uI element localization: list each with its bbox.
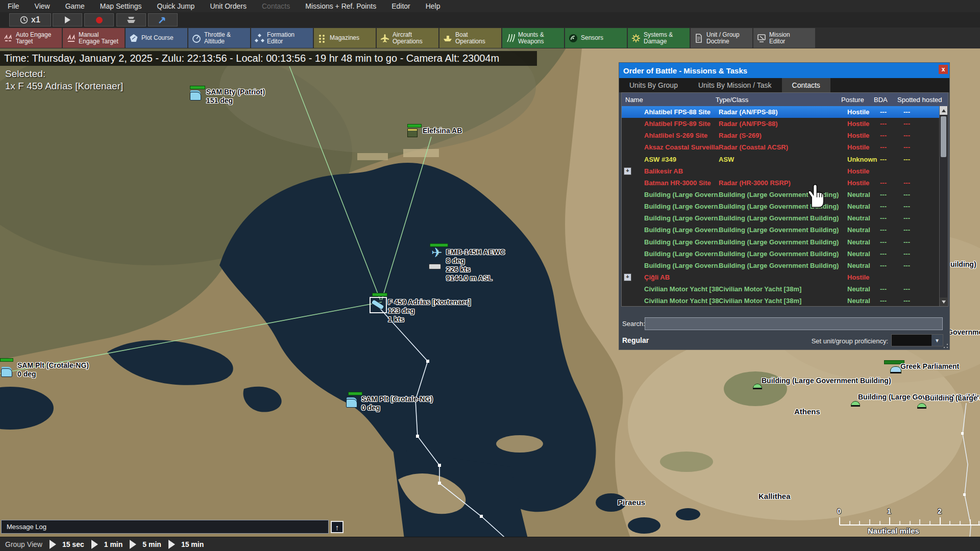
message-log-bar[interactable]: Message Log bbox=[1, 520, 329, 534]
time-step-button[interactable]: 5 min bbox=[130, 540, 161, 549]
tab-units-by-group[interactable]: Units By Group bbox=[619, 78, 688, 92]
expander-icon[interactable]: + bbox=[624, 167, 631, 175]
map-unit-sam-patriot[interactable]: SAM Bty (Patriot) 151 deg bbox=[206, 88, 265, 105]
table-scrollbar[interactable] bbox=[939, 106, 948, 306]
menu-item[interactable]: Quick Jump bbox=[150, 0, 203, 12]
cell-spotted: --- bbox=[903, 203, 940, 210]
city-label-kallithea: Kallithea bbox=[758, 492, 791, 500]
time-step-button[interactable]: 1 min bbox=[91, 540, 123, 549]
cell-posture: Neutral bbox=[847, 214, 880, 222]
message-log-expand-button[interactable]: ↑ bbox=[331, 521, 344, 533]
jump-button[interactable] bbox=[148, 13, 178, 27]
aircraft-icon bbox=[380, 33, 390, 43]
time-step-button[interactable]: 15 min bbox=[168, 540, 204, 549]
scroll-up-icon[interactable] bbox=[940, 106, 947, 115]
group-view-label[interactable]: Group View bbox=[5, 540, 42, 548]
mission-editor-button[interactable]: MissionEditor bbox=[753, 28, 815, 48]
time-compression-button[interactable]: x1 bbox=[9, 13, 51, 27]
table-row[interactable]: Ahlatibel FPS-88 Site Radar (AN/FPS-88) … bbox=[622, 106, 940, 118]
map-unit-crotale-east[interactable]: SAM Plt (Crotale-NG) 0 deg bbox=[361, 395, 433, 412]
panel-title-bar[interactable]: Order of Battle - Missions & Tasks x bbox=[619, 63, 949, 78]
play-button[interactable] bbox=[53, 13, 82, 27]
expander-icon[interactable]: + bbox=[624, 273, 631, 281]
table-row[interactable]: + Çiğli AB Hostile bbox=[622, 271, 940, 283]
menu-item[interactable]: Game bbox=[58, 0, 92, 12]
column-posture[interactable]: Posture bbox=[841, 96, 874, 104]
formation-editor-button[interactable]: FormationEditor bbox=[251, 28, 313, 48]
table-row[interactable]: Aksaz Coastal Surveillan... Radar (Coast… bbox=[622, 141, 940, 153]
sam-platoon-icon[interactable] bbox=[1, 368, 12, 377]
menu-item[interactable]: View bbox=[27, 0, 58, 12]
table-row[interactable]: Building (Large Govern... Building (Larg… bbox=[622, 248, 940, 260]
scroll-thumb[interactable] bbox=[941, 116, 946, 157]
map-unit-elefsina-ab[interactable]: Elefsina AB bbox=[423, 127, 462, 135]
proficiency-dropdown[interactable]: ▼ bbox=[891, 334, 943, 346]
cell-name: Building (Large Govern... bbox=[644, 214, 719, 222]
menu-item[interactable]: Missions + Ref. Points bbox=[298, 0, 384, 12]
table-row[interactable]: Building (Large Govern... Building (Larg… bbox=[622, 212, 940, 224]
table-row[interactable]: Building (Large Govern... Building (Larg… bbox=[622, 224, 940, 236]
cell-spotted: --- bbox=[903, 262, 940, 269]
column-name[interactable]: Name bbox=[622, 96, 716, 104]
sam-platoon-icon[interactable] bbox=[346, 399, 357, 408]
map-unit-emb145[interactable]: EMB-145H AEWC 8 deg 226 kts 9144.0 m ASL bbox=[446, 248, 505, 283]
table-row[interactable]: + Balikesir AB Hostile bbox=[622, 165, 940, 177]
building-dome-icon[interactable] bbox=[851, 401, 860, 407]
table-row[interactable]: Batman HR-3000 Site Radar (HR-3000 RSRP)… bbox=[622, 177, 940, 189]
manual-engage-target-button[interactable]: ManualEngage Target bbox=[63, 28, 125, 48]
menu-item[interactable]: Contacts bbox=[254, 0, 298, 12]
column-bda[interactable]: BDA bbox=[874, 96, 897, 104]
auto-engage-target-button[interactable]: Auto EngageTarget bbox=[0, 28, 62, 48]
time-step-button[interactable]: 15 sec bbox=[50, 540, 84, 549]
map-unit-crotale-west[interactable]: SAM Plt (Crotale-NG) 0 deg bbox=[17, 361, 89, 379]
table-row[interactable]: Building (Large Govern... Building (Larg… bbox=[622, 236, 940, 248]
table-row[interactable]: Building (Large Govern... Building (Larg… bbox=[622, 260, 940, 271]
aircraft-operations-button[interactable]: AircraftOperations bbox=[377, 28, 438, 48]
sam-battery-icon[interactable] bbox=[190, 92, 201, 101]
boat-operations-button[interactable]: BoatOperations bbox=[439, 28, 501, 48]
table-row[interactable]: Building (Large Govern... Building (Larg… bbox=[622, 201, 940, 212]
table-row[interactable]: Ahlatlibel S-269 Site Radar (S-269) Host… bbox=[622, 130, 940, 141]
airbase-icon[interactable] bbox=[407, 129, 418, 137]
mounts-weapons-button[interactable]: Mounts &Weapons bbox=[502, 28, 564, 48]
record-button[interactable] bbox=[84, 13, 114, 27]
app-window: File View Game Map Settings Quick Jump U… bbox=[0, 0, 980, 551]
tab-contacts[interactable]: Contacts bbox=[782, 78, 830, 92]
tab-units-by-mission[interactable]: Units By Mission / Task bbox=[688, 78, 782, 92]
cell-bda: --- bbox=[880, 238, 903, 246]
table-row[interactable]: Civilian Motor Yacht [38m] Civilian Moto… bbox=[622, 295, 940, 306]
cell-type: Building (Large Government Building) bbox=[719, 203, 847, 210]
close-icon[interactable]: x bbox=[939, 65, 948, 74]
table-row[interactable]: Ahlatibel FPS-89 Site Radar (AN/FPS-88) … bbox=[622, 118, 940, 130]
map-unit-parliament[interactable]: Greek Parliament bbox=[900, 362, 959, 371]
map-unit-building-a[interactable]: Building (Large Government Building) bbox=[762, 377, 891, 385]
menu-item[interactable]: Unit Orders bbox=[202, 0, 254, 12]
sensors-button[interactable]: Sensors bbox=[565, 28, 627, 48]
search-input[interactable] bbox=[645, 317, 943, 330]
resize-grip[interactable] bbox=[943, 343, 948, 348]
map-unit-building-c[interactable]: Building (Large Go bbox=[925, 394, 980, 403]
building-dome-icon[interactable] bbox=[917, 403, 926, 409]
throttle-altitude-button[interactable]: Throttle &Altitude bbox=[188, 28, 250, 48]
aircraft-map-icon[interactable]: ✈ bbox=[431, 245, 443, 261]
building-dome-icon[interactable] bbox=[753, 384, 762, 389]
table-row[interactable]: Civilian Motor Yacht [38m] Civilian Moto… bbox=[622, 283, 940, 295]
table-row[interactable]: ASW #349 ASW Unknown --- --- bbox=[622, 154, 940, 165]
column-type[interactable]: Type/Class bbox=[716, 96, 841, 104]
plot-course-button[interactable]: Plot Course bbox=[126, 28, 187, 48]
table-row[interactable]: Building (Large Govern... Building (Larg… bbox=[622, 189, 940, 201]
menu-item[interactable]: Help bbox=[418, 0, 448, 12]
column-spotted[interactable]: Spotted hosted bbox=[897, 96, 948, 104]
menu-item[interactable]: File bbox=[0, 0, 27, 12]
government-dome-icon[interactable] bbox=[890, 366, 901, 373]
scroll-down-icon[interactable] bbox=[940, 297, 947, 306]
magazines-button[interactable]: Magazines bbox=[314, 28, 376, 48]
systems-damage-button[interactable]: Systems &Damage bbox=[628, 28, 690, 48]
unit-group-doctrine-button[interactable]: Unit / GroupDoctrine bbox=[691, 28, 752, 48]
mission-editor-icon bbox=[756, 33, 767, 43]
menu-item[interactable]: Map Settings bbox=[92, 0, 150, 12]
map-unit-f459-adrias[interactable]: F 459 Adrias [Kortenaer] 123 deg 1 kts bbox=[388, 298, 471, 324]
ferry-button[interactable] bbox=[116, 13, 146, 27]
menu-item[interactable]: Editor bbox=[384, 0, 418, 12]
up-arrow-icon: ↑ bbox=[335, 523, 339, 532]
